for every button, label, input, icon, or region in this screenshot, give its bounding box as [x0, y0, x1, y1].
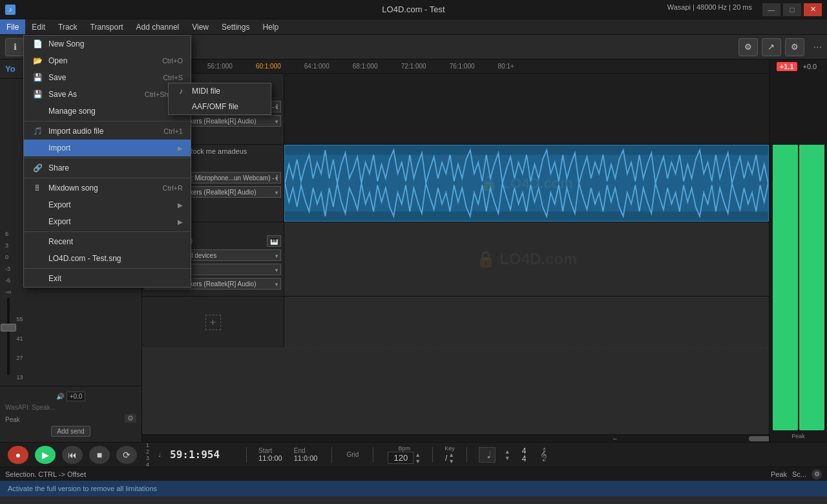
menu-new-song[interactable]: 📄 New Song — [24, 36, 191, 52]
titlebar-title: LO4D.com - Test — [382, 5, 445, 14]
add-send-btn[interactable]: Add send — [51, 426, 90, 437]
bpm-value-row: ▲ ▼ — [388, 452, 421, 465]
convert-wav-label: Export — [48, 217, 175, 226]
menu-settings[interactable]: Settings — [215, 19, 256, 34]
track-row-3: ▣ 3 - MIDI M S ● 🎹 All channels, all dev… — [142, 222, 769, 297]
add-track-btn[interactable]: + — [205, 315, 221, 330]
menu-exit[interactable]: Exit — [24, 270, 191, 287]
menu-recent[interactable]: Recent — [24, 233, 191, 250]
toolbar-settings-btn[interactable]: ⚙ — [738, 38, 758, 56]
recent-icon — [32, 236, 43, 247]
zoom-out-icon[interactable]: − — [612, 435, 616, 443]
toolbar-share-btn[interactable]: ↗ — [762, 38, 781, 56]
menu-test-song[interactable]: LO4D.com - Test.sng — [24, 250, 191, 267]
menu-share[interactable]: 🔗 Share — [24, 160, 191, 176]
start-value: 11:0:00 — [258, 454, 282, 462]
menu-import-audio[interactable]: 🎵 Import audio file Ctrl+1 — [24, 123, 191, 140]
mixdown-icon: 🎚 — [32, 182, 43, 194]
pan-volume-area: 55 41 27 13 — [16, 316, 23, 381]
menu-export[interactable]: Export ▶ — [24, 196, 191, 213]
svg-rect-0 — [285, 155, 768, 212]
rewind-btn[interactable]: ⏮ — [62, 446, 83, 464]
menu-import[interactable]: Import ▶ — [24, 140, 191, 156]
waveform-visual — [285, 145, 768, 221]
midi-watermark-text: 🔒 LO4D.com — [476, 250, 578, 268]
stop-btn[interactable]: ■ — [89, 446, 110, 464]
menu-open[interactable]: 📂 Open Ctrl+O — [24, 52, 191, 69]
menu-mixdown[interactable]: 🎚 Mixdown song Ctrl+R — [24, 180, 191, 196]
minimize-button[interactable]: — — [762, 3, 780, 16]
maximize-button[interactable]: □ — [783, 3, 801, 16]
timeline-mark-7: 76:1:000 — [438, 63, 487, 70]
time-sig-display: 4 4 — [522, 447, 527, 463]
volume-fader-thumb[interactable] — [1, 324, 16, 331]
peak-row: Peak ⚙ — [5, 414, 136, 423]
record-btn[interactable]: ● — [8, 446, 28, 464]
import-audio-icon: 🎵 — [32, 125, 43, 137]
share-icon: 🔗 — [32, 162, 43, 174]
peak-settings-btn[interactable]: ⚙ — [125, 414, 136, 423]
manage-song-icon — [32, 105, 43, 117]
share-label: Share — [48, 163, 183, 173]
transport-sep2 — [331, 447, 332, 463]
app-icon: ♪ — [5, 5, 16, 15]
transport-start: Start 11:0:00 — [258, 447, 282, 462]
add-track-container: + — [142, 297, 284, 348]
track-area: 52:1:000 56:1:000 60:1:000 64:1:000 68:1… — [142, 59, 769, 442]
bpm-up-arrow[interactable]: ▲ — [415, 452, 421, 458]
loop-btn[interactable]: ⟳ — [116, 446, 137, 464]
peak-label: Peak — [5, 416, 20, 423]
menu-edit[interactable]: Edit — [25, 19, 52, 34]
fader-numbers-left: 55 41 27 13 — [16, 316, 23, 381]
vu-bar-left — [773, 74, 798, 430]
test-song-label: LO4D.com - Test.sng — [48, 254, 183, 263]
aaf-file-icon — [175, 101, 187, 112]
new-song-label: New Song — [48, 39, 183, 48]
bpm-control: Bpm ▲ ▼ — [388, 445, 421, 465]
menu-sep-4 — [24, 231, 191, 232]
export-arrow: ▶ — [178, 202, 183, 209]
empty-track-content — [284, 297, 769, 348]
menu-save-as[interactable]: 💾 Save As Ctrl+Shift+S — [24, 86, 191, 103]
menu-transport[interactable]: Transport — [84, 19, 130, 34]
track-1-content — [284, 74, 769, 144]
menu-track[interactable]: Track — [52, 19, 84, 34]
submenu-midi-file[interactable]: ♪ MIDI file — [169, 83, 271, 99]
menu-manage-song[interactable]: Manage song ▶ — [24, 103, 191, 120]
key-arrows: ▲ ▼ — [448, 452, 454, 465]
menu-convert-wav[interactable]: Export ▶ — [24, 213, 191, 230]
bpm-down-arrow[interactable]: ▼ — [415, 458, 421, 465]
menu-view[interactable]: View — [185, 19, 215, 34]
level-right: +0.0 — [800, 62, 821, 71]
submenu-aaf-file[interactable]: AAF/OMF file — [169, 99, 271, 114]
mixdown-label: Mixdown song — [48, 184, 163, 193]
hscrollbar-thumb[interactable] — [749, 436, 769, 441]
key-up-arrow[interactable]: ▲ — [448, 452, 454, 458]
play-btn[interactable]: ▶ — [35, 446, 56, 464]
hscrollbar[interactable]: − + ⊞ — [142, 434, 769, 442]
key-down-arrow[interactable]: ▼ — [448, 458, 454, 465]
toolbar-info-btn[interactable]: ℹ — [5, 38, 25, 56]
ts-down-arrow[interactable]: ▼ — [505, 455, 510, 461]
status-text: Selection. CTRL -> Offset — [5, 470, 86, 478]
toolbar-config-btn[interactable]: ⚙ — [785, 38, 804, 56]
menu-save[interactable]: 💾 Save Ctrl+S — [24, 69, 191, 86]
metronome-btn[interactable]: 𝅘𝅥 — [479, 447, 496, 463]
track-3-piano-btn[interactable]: 🎹 — [267, 235, 281, 247]
bpm-input[interactable] — [388, 452, 414, 464]
save-label: Save — [48, 73, 163, 82]
close-button[interactable]: ✕ — [804, 3, 822, 16]
ts-up-arrow[interactable]: ▲ — [505, 448, 510, 455]
menu-file[interactable]: File — [0, 19, 25, 34]
mixer-logo: Yo — [5, 64, 16, 74]
status-settings-btn[interactable]: ⚙ — [811, 469, 822, 479]
transport-sep5 — [466, 447, 467, 463]
menu-help[interactable]: Help — [256, 19, 285, 34]
file-menu-dropdown: 📄 New Song 📂 Open Ctrl+O 💾 Save Ctrl+S 💾… — [23, 35, 191, 288]
menu-add-channel[interactable]: Add channel — [130, 19, 186, 34]
level-indicators: +1.1 +0.0 — [772, 62, 824, 71]
manage-song-label: Manage song — [48, 107, 175, 116]
vu-bars-container — [773, 74, 824, 430]
end-value: 11:0:00 — [294, 454, 318, 462]
end-label: End — [294, 447, 318, 454]
